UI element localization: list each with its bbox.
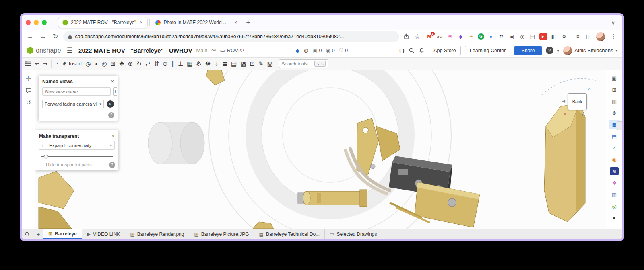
folder-breadcrumb[interactable]: ▭ ROV22 — [220, 47, 244, 53]
view-rotate-down-icon[interactable]: ▼ — [580, 112, 584, 117]
browser-menu-icon[interactable]: ⋮ — [609, 33, 618, 40]
close-icon[interactable]: × — [111, 78, 114, 84]
help-icon[interactable]: ? — [109, 162, 115, 168]
expand-select[interactable]: ≔ Expand: connectivity ▾ — [39, 141, 115, 150]
appearance-panel-icon[interactable]: ▥ — [609, 96, 620, 106]
tasks-panel-icon[interactable]: ✓ — [609, 143, 620, 153]
integration-globe-icon[interactable]: ◎ — [609, 201, 620, 211]
share-icon[interactable] — [403, 33, 409, 39]
hide-transparent-checkbox[interactable] — [39, 163, 43, 167]
education-plan-icon[interactable]: ◆ — [295, 47, 300, 54]
add-view-button[interactable]: + — [113, 87, 117, 96]
pattern-icon[interactable]: ≣ — [223, 61, 228, 67]
copies-stat[interactable]: ▣ 0 — [312, 47, 322, 53]
section-view-icon[interactable]: ◖ — [94, 61, 98, 67]
extension-icon[interactable]: ▤ — [529, 33, 537, 40]
extension-icon[interactable]: ❀ — [446, 33, 454, 40]
slider-knob[interactable] — [44, 155, 48, 159]
slider-track[interactable] — [41, 156, 113, 157]
gold-frame-right[interactable] — [544, 102, 585, 222]
extension-icon[interactable]: ● — [487, 33, 495, 40]
extension-icon[interactable]: /re/ — [436, 33, 444, 40]
extension-icon[interactable]: f? — [497, 33, 505, 40]
parallel-mate-icon[interactable]: ∥ — [171, 61, 175, 67]
search-icon[interactable] — [409, 47, 415, 53]
browser-tab-photos[interactable]: Photo in MATE 2022 World Cha × — [151, 17, 242, 28]
help-icon[interactable]: ? — [108, 112, 114, 118]
redo-icon[interactable]: ↪ — [43, 61, 47, 66]
cylindrical-mate-icon[interactable]: ↻ — [136, 61, 142, 67]
properties-panel-icon[interactable]: ▤ — [609, 131, 620, 141]
learning-center-button[interactable]: Learning Center — [465, 46, 511, 55]
mates-panel-icon[interactable]: ✥ — [609, 108, 620, 118]
user-menu[interactable]: Alnis Smidchens ▾ — [563, 46, 617, 55]
extension-icon[interactable]: ▣ — [508, 33, 516, 40]
mate-icon[interactable]: ✥ — [119, 61, 124, 67]
features-list-toggle-icon[interactable] — [25, 61, 31, 67]
gold-frame-left[interactable] — [39, 171, 74, 229]
transparency-slider[interactable] — [41, 155, 113, 159]
browser-tab-onshape[interactable]: 2022 MATE ROV - "Barreleye" × — [58, 17, 148, 28]
side-panel-icon[interactable]: ◫ — [584, 33, 592, 40]
tangent-mate-icon[interactable]: ⊥ — [178, 61, 183, 67]
tab-search-chevron-icon[interactable]: ∨ — [608, 18, 618, 27]
slider-mate-icon[interactable]: ⇄ — [145, 61, 151, 67]
gear-relation-icon[interactable]: ☸ — [205, 61, 211, 67]
featurescript-icon[interactable]: { } — [399, 47, 405, 53]
document-menu-icon[interactable]: ☰ — [65, 46, 74, 55]
doc-tab-video-link[interactable]: ▶ VIDEO LINK — [82, 229, 126, 239]
cad-scene[interactable] — [35, 70, 606, 229]
camera-extension-icon[interactable]: ◎ — [518, 33, 526, 40]
drawing-icon[interactable]: ✎ — [258, 61, 264, 67]
gmail-extension-icon[interactable]: M 1 — [425, 33, 433, 40]
reading-list-icon[interactable]: ≡ — [574, 33, 582, 40]
close-icon[interactable]: × — [111, 133, 115, 139]
minimize-window-button[interactable] — [34, 20, 39, 25]
snapshot-icon[interactable]: ▧ — [267, 61, 273, 67]
new-tab-button[interactable]: + — [242, 18, 254, 27]
onshape-logo[interactable]: onshape — [27, 47, 61, 54]
forward-icon[interactable]: → — [39, 33, 47, 40]
pins-stat[interactable]: ◉ 0 — [326, 47, 334, 53]
help-button[interactable]: ? — [546, 47, 553, 54]
app-store-button[interactable]: App Store — [429, 46, 461, 55]
columns-panel-icon[interactable]: ▥ — [609, 190, 620, 199]
profile-avatar[interactable] — [596, 32, 605, 41]
group-icon[interactable]: ▦ — [187, 61, 192, 67]
likes-stat[interactable]: ♡ 0 — [339, 47, 348, 53]
new-view-name-input[interactable] — [42, 87, 111, 96]
delete-view-button[interactable]: × — [107, 100, 114, 108]
integration-dark-icon[interactable]: ● — [609, 213, 620, 223]
extension-icon[interactable]: ◆ — [457, 33, 464, 40]
doc-tab-barreleye[interactable]: ⊞ Barreleye — [43, 229, 82, 239]
exploded-view-icon[interactable]: ⊡ — [250, 61, 255, 67]
tab-search-button[interactable] — [22, 229, 33, 239]
doc-tab-technical-doc[interactable]: ▤ Barreleye Technical Do... — [254, 229, 325, 239]
history-restore-icon[interactable]: ↺ — [26, 99, 31, 106]
tab-close-icon[interactable]: × — [233, 20, 238, 25]
close-window-button[interactable] — [26, 20, 31, 25]
view-cube[interactable]: Back — [568, 93, 587, 110]
address-bar[interactable]: cad.onshape.com/documents/6d93bb1d9fe2a2… — [63, 31, 399, 42]
view-rotate-left-icon[interactable]: ◀ — [562, 99, 565, 103]
gold-part-top[interactable] — [206, 70, 225, 85]
doc-tab-picture-jpg[interactable]: ▧ Barreleye Picture.JPG — [189, 229, 254, 239]
named-views-icon[interactable]: ◷ — [85, 61, 91, 67]
panel-collapse-handle[interactable] — [617, 121, 622, 130]
grammarly-extension-icon[interactable]: G — [478, 33, 484, 40]
insert-button[interactable]: ⊕ Insert — [62, 61, 82, 67]
doc-tab-selected-drawings[interactable]: ▭ Selected Drawings — [325, 229, 382, 239]
integration-apps-icon[interactable]: ❖ — [609, 178, 620, 188]
doc-tab-render-png[interactable]: ▧ Barreleye Render.png — [125, 229, 189, 239]
search-tools-box[interactable]: ⌥ C — [279, 59, 328, 68]
puzzle-extensions-icon[interactable]: ⚙ — [560, 33, 568, 40]
youtube-extension-icon[interactable]: ▶ — [539, 33, 547, 40]
revolute-mate-icon[interactable]: ⊕ — [128, 61, 133, 67]
instances-panel-icon[interactable]: ⊞ — [609, 85, 620, 94]
share-button[interactable]: Share — [514, 46, 541, 55]
cad-viewport[interactable]: Named views × + Forward facing camera vi… — [35, 70, 606, 229]
planar-mate-icon[interactable]: ⇵ — [154, 61, 159, 67]
ball-mate-icon[interactable]: ⊙ — [163, 61, 168, 67]
undo-icon[interactable]: ↩ — [35, 61, 39, 66]
workspace-label[interactable]: Main — [196, 47, 207, 53]
